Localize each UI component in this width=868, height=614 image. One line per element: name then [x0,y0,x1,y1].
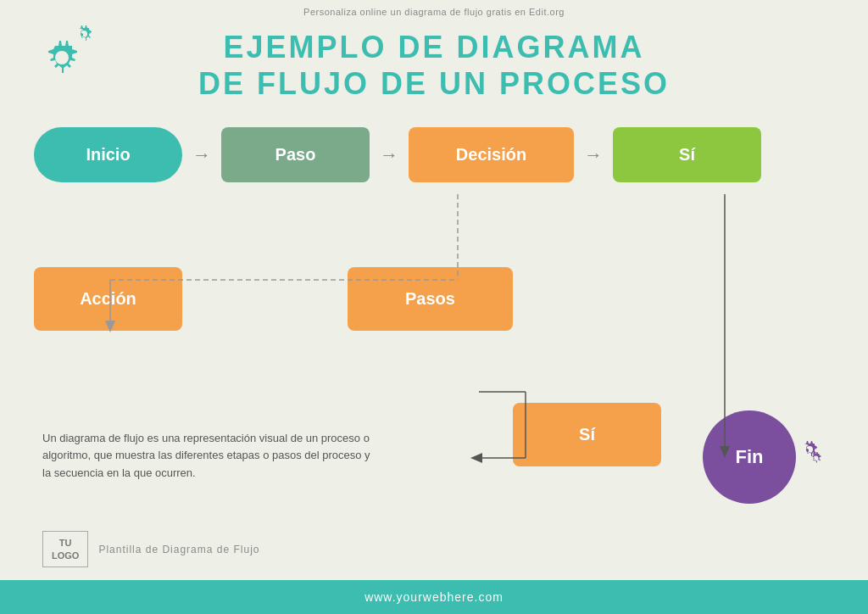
footer-bar: www.yourwebhere.com [0,580,868,614]
page-title: EJEMPLO DE DIAGRAMA DE FLUJO DE UN PROCE… [0,29,868,102]
node-si-top: Sí [613,127,761,182]
page-header: EJEMPLO DE DIAGRAMA DE FLUJO DE UN PROCE… [0,20,868,119]
arrow-3: → [574,144,613,166]
top-bar-text: Personaliza online un diagrama de flujo … [303,7,565,17]
node-paso: Paso [221,127,370,182]
logo-label: Plantilla de Diagrama de Flujo [98,544,259,555]
arrow-1: → [182,144,221,166]
logo-area: TULOGO Plantilla de Diagrama de Flujo [42,531,259,567]
gears-fin [781,433,827,478]
node-accion: Acción [34,267,182,331]
node-pasos: Pasos [348,267,513,331]
node-inicio: Inicio [34,127,182,182]
arrow-2: → [370,144,409,166]
flow-row-2: Acción Pasos [0,267,868,331]
logo-box: TULOGO [42,531,88,567]
top-bar: Personaliza online un diagrama de flujo … [0,0,868,20]
footer-url: www.yourwebhere.com [364,590,504,604]
node-si-bottom: Sí [513,403,661,466]
description: Un diagrama de flujo es una representaci… [42,430,373,483]
flow-row-1: Inicio → Paso → Decisión → Sí [0,127,868,182]
node-decision: Decisión [409,127,574,182]
